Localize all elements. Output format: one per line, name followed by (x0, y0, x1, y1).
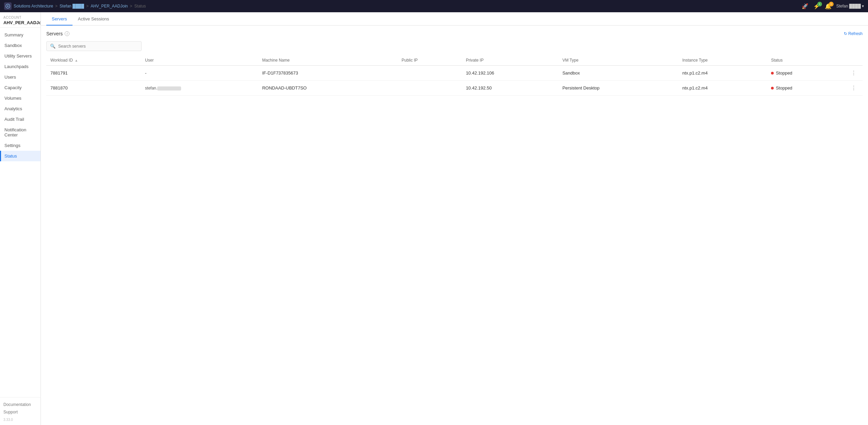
cell-public-ip (398, 81, 462, 96)
support-label: Support (3, 410, 18, 414)
cell-user: - (141, 66, 258, 81)
cell-workload-id: 7881870 (46, 81, 141, 96)
app-logo (4, 2, 12, 10)
status-dot-icon (771, 87, 774, 89)
status-dot-icon (771, 72, 774, 75)
table-body: 7881791 - IF-D1F737835673 10.42.192.106 … (46, 66, 863, 96)
refresh-label: ↻ Refresh (844, 31, 863, 36)
tab-servers-label: Servers (52, 16, 67, 21)
panel-header: Servers i ↻ Refresh (46, 31, 863, 36)
breadcrumb-stefan[interactable]: Stefan ████ (60, 4, 84, 9)
col-actions (845, 55, 863, 66)
topnav: Solutions Architecture > Stefan ████ > A… (0, 0, 868, 12)
row-menu-button[interactable]: ⋮ (849, 69, 858, 77)
notification-badge: 1 (829, 2, 834, 6)
user-menu[interactable]: Stefan ████ ▾ (836, 4, 864, 9)
sidebar-item-status[interactable]: Status (0, 151, 41, 161)
col-vm-type: VM Type (558, 55, 678, 66)
account-label: Account (3, 16, 37, 19)
col-machine-name: Machine Name (258, 55, 398, 66)
rocket-button[interactable]: 🚀 (802, 3, 808, 10)
sidebar-item-label: Volumes (4, 96, 21, 101)
col-status: Status (767, 55, 845, 66)
sidebar-item-sandbox[interactable]: Sandbox (0, 40, 41, 51)
sidebar-item-users[interactable]: Users (0, 72, 41, 82)
sidebar-item-label: Sandbox (4, 43, 22, 48)
bell-button[interactable]: 🔔 1 (825, 3, 832, 10)
sidebar-account: Account AHV_PER_AADJoin (0, 12, 41, 28)
sidebar: Account AHV_PER_AADJoin Summary Sandbox … (0, 12, 41, 425)
sidebar-item-audit-trail[interactable]: Audit Trail (0, 114, 41, 125)
account-name: AHV_PER_AADJoin (3, 20, 37, 25)
user-label: Stefan ████ ▾ (836, 4, 864, 9)
topnav-actions: 🚀 ⚡ 1 🔔 1 Stefan ████ ▾ (802, 3, 864, 10)
sidebar-item-label: Summary (4, 32, 23, 37)
cell-machine-name: RONDAAD-UBDT7SO (258, 81, 398, 96)
cell-public-ip (398, 66, 462, 81)
cell-private-ip: 10.42.192.106 (462, 66, 559, 81)
breadcrumb: Solutions Architecture > Stefan ████ > A… (14, 4, 800, 9)
sidebar-item-label: Notification Center (4, 127, 26, 137)
sidebar-documentation[interactable]: Documentation (3, 401, 37, 408)
breadcrumb-solutions[interactable]: Solutions Architecture (14, 4, 53, 9)
breadcrumb-sep-3: > (130, 4, 132, 9)
sidebar-item-utility-servers[interactable]: Utility Servers (0, 51, 41, 61)
servers-panel: Servers i ↻ Refresh 🔍 Workload ID ▲ (41, 26, 868, 425)
tab-servers[interactable]: Servers (46, 12, 73, 26)
sidebar-item-notification-center[interactable]: Notification Center (0, 125, 41, 140)
sidebar-nav: Summary Sandbox Utility Servers Launchpa… (0, 28, 41, 397)
search-bar: 🔍 (46, 41, 142, 51)
activity-button[interactable]: ⚡ 1 (813, 3, 820, 10)
panel-title: Servers i (46, 31, 69, 36)
cell-status: Stopped (767, 66, 845, 81)
table-row: 7881870 stefan. RONDAAD-UBDT7SO 10.42.19… (46, 81, 863, 96)
col-user: User (141, 55, 258, 66)
tab-active-sessions[interactable]: Active Sessions (73, 12, 115, 26)
sidebar-item-analytics[interactable]: Analytics (0, 103, 41, 114)
activity-badge: 1 (817, 2, 822, 6)
servers-table: Workload ID ▲ User Machine Name Public I… (46, 55, 863, 96)
col-private-ip: Private IP (462, 55, 559, 66)
cell-status: Stopped (767, 81, 845, 96)
table-row: 7881791 - IF-D1F737835673 10.42.192.106 … (46, 66, 863, 81)
cell-machine-name: IF-D1F737835673 (258, 66, 398, 81)
breadcrumb-sep-2: > (86, 4, 89, 9)
sidebar-item-capacity[interactable]: Capacity (0, 82, 41, 93)
sidebar-item-label: Launchpads (4, 64, 29, 69)
sidebar-item-label: Audit Trail (4, 117, 24, 122)
col-workload-id-label: Workload ID (50, 58, 73, 63)
sidebar-support[interactable]: Support (3, 408, 37, 416)
app-version: 3.33.0 (3, 418, 37, 422)
status-label: Stopped (776, 85, 792, 91)
sidebar-item-summary[interactable]: Summary (0, 30, 41, 40)
sidebar-item-label: Settings (4, 143, 20, 148)
sort-arrow-icon[interactable]: ▲ (75, 59, 78, 62)
sidebar-bottom: Documentation Support 3.33.0 (0, 397, 41, 425)
sidebar-item-label: Utility Servers (4, 53, 32, 59)
cell-instance-type: ntx.p1.c2.m4 (678, 66, 767, 81)
row-menu-button[interactable]: ⋮ (849, 84, 858, 92)
cell-actions: ⋮ (845, 81, 863, 96)
sidebar-item-label: Users (4, 75, 16, 80)
sidebar-item-volumes[interactable]: Volumes (0, 93, 41, 103)
sidebar-item-label: Status (4, 153, 17, 159)
tab-active-sessions-label: Active Sessions (78, 16, 109, 21)
cell-workload-id: 7881791 (46, 66, 141, 81)
sidebar-item-launchpads[interactable]: Launchpads (0, 61, 41, 72)
main-content: Servers Active Sessions Servers i ↻ Refr… (41, 12, 868, 425)
cell-instance-type: ntx.p1.c2.m4 (678, 81, 767, 96)
breadcrumb-current: Status (134, 4, 146, 9)
svg-point-1 (7, 5, 9, 7)
main-layout: Account AHV_PER_AADJoin Summary Sandbox … (0, 12, 868, 425)
search-input[interactable] (58, 44, 138, 49)
status-label: Stopped (776, 70, 792, 76)
breadcrumb-account[interactable]: AHV_PER_AADJoin (91, 4, 128, 9)
col-public-ip: Public IP (398, 55, 462, 66)
content-tabs: Servers Active Sessions (41, 12, 868, 26)
table-header-row: Workload ID ▲ User Machine Name Public I… (46, 55, 863, 66)
refresh-button[interactable]: ↻ Refresh (844, 31, 863, 36)
user-blurred-value (157, 86, 181, 91)
sidebar-item-settings[interactable]: Settings (0, 140, 41, 151)
info-icon[interactable]: i (65, 31, 69, 36)
sidebar-item-label: Capacity (4, 85, 22, 90)
